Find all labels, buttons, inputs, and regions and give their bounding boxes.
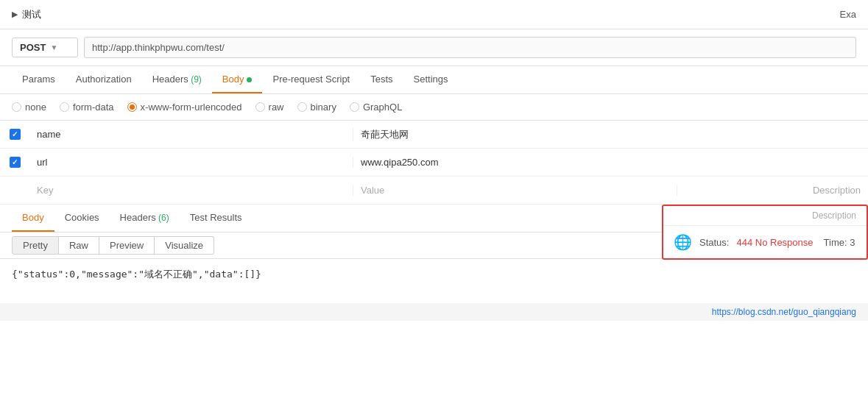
globe-icon: 🌐	[674, 233, 692, 251]
footer-bar: https://blog.csdn.net/guo_qiangqiang	[0, 303, 868, 321]
radio-none-label: none	[25, 102, 46, 113]
radio-binary-circle	[297, 102, 307, 112]
radio-raw-circle	[255, 102, 265, 112]
params-table: name 奇葩天地网 url www.qipa250.com Key Value…	[0, 121, 868, 205]
status-label: Status:	[699, 237, 729, 248]
tab-authorization[interactable]: Authorization	[66, 66, 142, 93]
radio-raw-label: raw	[269, 102, 284, 113]
tab-prerequest[interactable]: Pre-request Script	[262, 66, 360, 93]
method-select[interactable]: POST ▼	[12, 38, 78, 57]
table-row-empty: Key Value Description	[0, 177, 868, 205]
body-active-dot	[247, 77, 252, 82]
radio-raw[interactable]: raw	[255, 102, 284, 113]
empty-row-desc: Description	[677, 185, 868, 196]
table-row: name 奇葩天地网	[0, 121, 868, 149]
radio-x-www-form-urlencoded-circle	[127, 102, 137, 112]
top-bar-right: Exa	[840, 9, 856, 20]
table-row: url www.qipa250.com	[0, 149, 868, 177]
url-bar: POST ▼	[0, 29, 868, 66]
row1-value[interactable]: 奇葩天地网	[353, 128, 677, 141]
top-bar-title: 测试	[22, 8, 41, 21]
time-value: Time: 3	[824, 237, 855, 248]
tab-settings[interactable]: Settings	[403, 66, 459, 93]
tab-headers[interactable]: Headers (9)	[142, 66, 212, 93]
status-overlay: Description 🌐 Status: 444 No Response Ti…	[662, 205, 868, 260]
footer-link[interactable]: https://blog.csdn.net/guo_qiangqiang	[712, 307, 856, 317]
url-input[interactable]	[84, 37, 856, 58]
main-container: ▶ 测试 Exa POST ▼ Params Authorization Hea…	[0, 0, 868, 401]
radio-x-www-form-urlencoded[interactable]: x-www-form-urlencoded	[127, 102, 242, 113]
tab-params[interactable]: Params	[12, 66, 66, 93]
row1-checkbox[interactable]	[10, 129, 21, 140]
view-btn-preview[interactable]: Preview	[99, 236, 155, 255]
top-bar: ▶ 测试 Exa	[0, 0, 868, 29]
status-value: 444 No Response	[736, 237, 813, 248]
tab-body[interactable]: Body	[212, 66, 263, 93]
status-overlay-body: 🌐 Status: 444 No Response Time: 3	[663, 226, 867, 258]
radio-form-data[interactable]: form-data	[60, 102, 114, 113]
radio-graphql[interactable]: GraphQL	[350, 102, 402, 113]
radio-graphql-circle	[350, 102, 359, 112]
top-bar-left: ▶ 测试	[12, 8, 41, 21]
row2-checkbox[interactable]	[10, 157, 21, 168]
radio-binary[interactable]: binary	[297, 102, 336, 113]
view-btn-visualize[interactable]: Visualize	[155, 236, 214, 255]
expand-arrow-icon[interactable]: ▶	[12, 10, 18, 19]
row1-check[interactable]	[0, 129, 29, 140]
resp-tab-body[interactable]: Body	[12, 205, 54, 232]
request-tab-row: Params Authorization Headers (9) Body Pr…	[0, 66, 868, 94]
bottom-section: Body Cookies Headers (6) Test Results Pr…	[0, 205, 868, 321]
resp-tab-cookies[interactable]: Cookies	[54, 205, 110, 232]
radio-x-www-form-urlencoded-label: x-www-form-urlencoded	[141, 102, 242, 113]
radio-none-circle	[12, 102, 21, 112]
resp-tab-test-results[interactable]: Test Results	[180, 205, 253, 232]
row2-value[interactable]: www.qipa250.com	[353, 157, 677, 168]
view-btn-raw[interactable]: Raw	[59, 236, 99, 255]
row2-check[interactable]	[0, 157, 29, 168]
resp-tab-headers[interactable]: Headers (6)	[110, 205, 180, 232]
radio-form-data-label: form-data	[73, 102, 114, 113]
radio-none[interactable]: none	[12, 102, 46, 113]
body-type-row: none form-data x-www-form-urlencoded raw…	[0, 94, 868, 121]
method-label: POST	[20, 42, 46, 53]
row2-key[interactable]: url	[29, 157, 353, 168]
view-btn-pretty[interactable]: Pretty	[12, 236, 59, 255]
radio-graphql-label: GraphQL	[363, 102, 402, 113]
radio-form-data-circle	[60, 102, 69, 112]
method-arrow-icon: ▼	[50, 43, 57, 52]
response-body: {"status":0,"message":"域名不正确","data":[]}	[0, 259, 868, 303]
row1-key[interactable]: name	[29, 129, 353, 140]
empty-row-key[interactable]: Key	[29, 185, 353, 196]
status-overlay-header: Description	[663, 206, 867, 226]
radio-binary-label: binary	[311, 102, 336, 113]
empty-row-value[interactable]: Value	[353, 185, 677, 196]
tab-tests[interactable]: Tests	[360, 66, 403, 93]
